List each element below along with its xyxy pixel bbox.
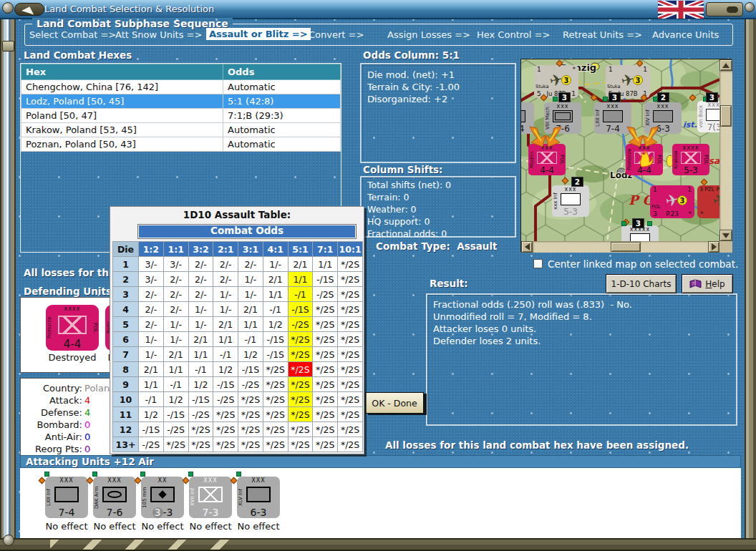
assault-cell: 1/-	[163, 332, 188, 347]
assault-cell: 2/1	[288, 257, 313, 272]
assault-row: 23/-2/-2/-2/-1/-2/11/1-/1S*/2S	[113, 272, 363, 287]
assault-cell: */2S	[288, 437, 313, 452]
subphase-step[interactable]: Convert =>	[309, 29, 364, 40]
unit-counter[interactable]: xxxxvon Bock7(3)	[697, 101, 719, 132]
subphase-step[interactable]: Advance Units	[652, 29, 719, 40]
orange-marker-icon	[689, 94, 697, 102]
orange-marker-icon	[39, 477, 46, 484]
subphase-step[interactable]: Att Snow Units =>	[115, 29, 202, 40]
assault-cell: 1/1	[213, 332, 238, 347]
air-unit-counter[interactable]: 11POL✈33P.23*	[650, 185, 694, 218]
unit-symbol-icon	[521, 110, 525, 122]
uk-flag-icon	[658, 1, 704, 19]
defenders-title: Defending Units	[24, 286, 112, 297]
unit-counter[interactable]: xxxArm(4)4	[521, 102, 534, 134]
unit-counter[interactable]: xxxPomorzePOL4-4	[626, 144, 663, 175]
subphase-step[interactable]: Retreat Units =>	[563, 29, 642, 40]
assault-cell: -/1	[213, 347, 238, 362]
assault-cell: */2S	[288, 422, 313, 437]
text-line: Disorganized: +2	[362, 93, 515, 105]
assault-cell: -/1S	[288, 302, 313, 317]
hex-row[interactable]: Poland [50, 47]7:1;B (29:3)	[21, 109, 341, 123]
help-button[interactable]: ? Help	[682, 274, 733, 293]
shifts-panel: Total shifts (net): 0Terrain: 0Weather: …	[360, 176, 516, 238]
subphase-groupbox: Land Combat Subphase Sequence Select Com…	[24, 24, 733, 46]
unit-counter[interactable]: xxxVIII Mech7-6	[544, 102, 581, 134]
air-unit-counter[interactable]: 3 PZL P.✈4*	[697, 185, 719, 218]
unit-counter[interactable]: xxxModlinPOL4-4	[528, 144, 566, 175]
assault-cell: */2S	[213, 437, 238, 452]
text-line: Total shifts (net): 0	[362, 179, 515, 191]
assault-cell: 2/1	[139, 362, 164, 377]
hex-row[interactable]: Chengchow, China [76, 142]Automatic	[21, 80, 341, 94]
unit-counter[interactable]: XXXLXII Inf7-4	[45, 477, 88, 518]
unit-counter[interactable]: xxxXIV Inf6-3	[644, 102, 682, 134]
subphase-step[interactable]: Select Combat =>	[29, 29, 116, 40]
air-unit-counter[interactable]: 1*Stuka✈35Ju 87B1	[534, 65, 578, 98]
map-vscroll-thumb[interactable]	[720, 105, 732, 127]
map-scroll-left[interactable]	[521, 241, 533, 253]
assault-cell: 1/2	[263, 317, 288, 332]
plane-icon: ✈	[711, 190, 719, 210]
assault-cell: 1/-	[238, 272, 263, 287]
orange-marker-icon	[591, 94, 598, 102]
assault-cell: 1/2	[139, 407, 164, 422]
assault-cell: 1/-	[263, 257, 288, 272]
assault-cell: -/1	[238, 332, 263, 347]
map-view[interactable]: Danzig Lodz POLA ist. rsa 1*Stuka✈35Ju 8…	[521, 59, 719, 241]
assault-cell: */2S	[263, 362, 288, 377]
hex-row[interactable]: Krakow, Poland [53, 45]Automatic	[21, 123, 341, 137]
frame-handle[interactable]	[2, 41, 14, 52]
assault-cell: -/2S	[238, 377, 263, 392]
window-cap-button[interactable]	[706, 2, 743, 16]
map-scroll-up[interactable]	[719, 59, 732, 71]
assault-cell: */2S	[238, 437, 263, 452]
subphase-step[interactable]: Hex Control =>	[477, 29, 550, 40]
odds-col-header: 7:1	[313, 242, 338, 257]
orange-marker-icon	[701, 179, 708, 186]
assault-cell: */2S	[338, 377, 363, 392]
unit-counter[interactable]: XXXXVII Inf7-3	[189, 477, 232, 518]
unit-symbol-icon	[198, 487, 223, 502]
unit-counter[interactable]: xxxLXII Inf7-4	[594, 102, 631, 134]
hex-column-header[interactable]: Hex	[21, 64, 223, 80]
odds-column-header[interactable]: Odds	[223, 64, 341, 80]
odds-col-header: 10:1	[338, 242, 363, 257]
map-scroll-right[interactable]	[708, 241, 719, 253]
window-menu-button[interactable]	[14, 3, 44, 16]
unit-counter[interactable]: XXXDAK Arm7-6	[93, 477, 136, 518]
assault-row: 82/11/1-/11/2-/1S*/2S*/2S*/2S*/2S	[113, 362, 363, 377]
assault-cell: */2S	[238, 392, 263, 407]
subphase-step[interactable]: Assign Losses =>	[387, 29, 470, 40]
unit-counter[interactable]: xxxxPomorzePOL4-4	[46, 305, 99, 351]
assault-cell: */2S	[263, 422, 288, 437]
map-panel[interactable]: Danzig Lodz POLA ist. rsa 1*Stuka✈35Ju 8…	[520, 59, 732, 252]
assault-cell: -/2S	[288, 317, 313, 332]
map-vscroll-track[interactable]	[719, 71, 732, 230]
unit-counter[interactable]: XX105 mm3-3	[141, 477, 184, 518]
unit-symbol-icon	[681, 152, 701, 164]
map-hscroll-thumb[interactable]	[611, 242, 641, 252]
ok-done-button[interactable]: OK - Done	[365, 392, 424, 414]
text-line: Unmodified roll = 7, Modified = 8.	[427, 311, 736, 323]
assault-cell: 1/2	[238, 347, 263, 362]
hex-row[interactable]: Poznan, Poland [50, 43]Automatic	[21, 137, 341, 152]
assault-cell: -/1	[139, 392, 164, 407]
assault-cell: 1/2	[213, 362, 238, 377]
green-marker-icon	[188, 472, 193, 477]
center-map-checkbox[interactable]	[533, 259, 543, 268]
assault-grid: Die1:21:13:22:13:14:15:17:110:113/-3/-2/…	[112, 241, 363, 452]
assault-row: 52/-1/-1/-2/11/11/2-/2S*/2S*/2S	[113, 317, 363, 332]
unit-status: No effect	[43, 521, 90, 532]
unit-counter[interactable]: xxxxxx Inf5-3	[552, 185, 589, 217]
unit-symbol-icon	[634, 152, 654, 164]
unit-counter[interactable]: XXXXLV Inf6-3	[237, 477, 280, 518]
charts-button[interactable]: 1-D-10 Charts	[606, 274, 677, 293]
assault-cell: 1/1	[139, 377, 164, 392]
unit-counter[interactable]: xxxxKrakowPOL5-3	[672, 144, 709, 175]
hex-row[interactable]: Lodz, Poland [50, 45]5:1 (42:8)	[21, 94, 341, 109]
subphase-step[interactable]: Assault or Blitz =>	[206, 28, 311, 40]
country-stats-panel: Country:PolandAttack:4Defense:4Bombard:0…	[20, 378, 115, 459]
map-scroll-down[interactable]	[719, 230, 732, 241]
assault-cell: 1/1	[263, 287, 288, 302]
